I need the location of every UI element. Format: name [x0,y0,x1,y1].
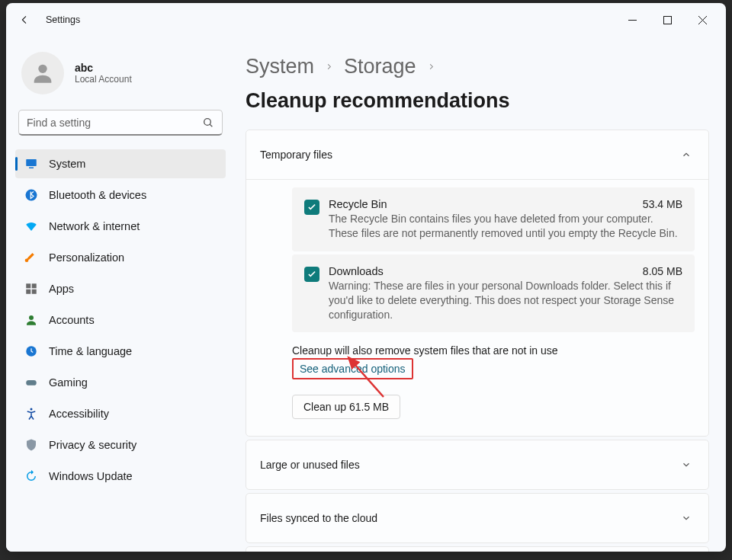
sidebar-item-accessibility[interactable]: Accessibility [15,399,226,428]
panel-header-synced[interactable]: Files synced to the cloud [246,494,708,542]
sidebar-item-update[interactable]: Windows Update [15,462,226,491]
item-size: 8.05 MB [635,265,682,277]
svg-point-3 [204,118,211,125]
sidebar-item-apps[interactable]: Apps [15,274,226,303]
sidebar-item-label: Bluetooth & devices [49,189,146,201]
item-title: Recycle Bin [329,198,387,210]
panel-title: Temporary files [260,149,332,161]
gamepad-icon [24,376,38,389]
svg-rect-10 [26,290,30,294]
panel-header-temporary-files[interactable]: Temporary files [246,130,708,179]
svg-point-15 [30,408,33,411]
checkbox-recycle-bin[interactable] [304,200,319,215]
svg-rect-9 [32,283,37,288]
sidebar-item-privacy[interactable]: Privacy & security [15,430,226,459]
sidebar-item-label: Privacy & security [49,439,136,451]
shield-icon [24,438,38,452]
paintbrush-icon [24,251,38,264]
svg-rect-0 [628,20,637,21]
page-title: Cleanup recommendations [246,89,510,113]
panel-body: Recycle Bin 53.4 MB The Recycle Bin cont… [246,179,708,436]
avatar [21,52,64,94]
svg-point-2 [38,65,47,73]
svg-point-7 [26,190,37,201]
back-button[interactable] [14,9,35,30]
item-size: 53.4 MB [635,198,682,210]
maximize-icon [663,16,672,24]
search-input[interactable] [27,117,202,129]
search-icon [202,117,214,129]
wifi-icon [24,219,38,233]
sidebar-item-label: Time & language [49,345,132,357]
window-close-button[interactable] [685,8,720,32]
cleanup-item-downloads[interactable]: Downloads 8.05 MB Warning: These are fil… [292,254,695,333]
svg-point-12 [29,315,34,320]
update-icon [24,469,38,483]
minimize-icon [628,16,637,24]
sidebar-item-label: Personalization [49,251,124,264]
cleanup-item-recycle-bin[interactable]: Recycle Bin 53.4 MB The Recycle Bin cont… [292,187,695,251]
panel-header-large-unused[interactable]: Large or unused files [246,440,708,489]
profile-subtitle: Local Account [75,74,132,85]
panel-title: Files synced to the cloud [260,512,377,524]
sidebar-item-time[interactable]: Time & language [15,337,226,366]
close-icon [698,16,707,24]
sidebar-item-accounts[interactable]: Accounts [15,306,226,334]
app-title: Settings [46,14,80,25]
apps-icon [24,282,38,296]
panel-title: Large or unused files [260,459,360,471]
panel-header-unused-apps[interactable]: Unused apps [246,547,708,552]
window-titlebar: Settings [6,3,726,37]
svg-rect-14 [26,380,37,386]
sidebar-nav: System Bluetooth & devices Network & int… [15,149,226,491]
clock-icon [24,344,38,358]
svg-rect-11 [32,290,37,294]
svg-rect-8 [26,283,30,288]
sidebar-item-label: Windows Update [49,470,133,482]
sidebar-item-label: Network & internet [49,220,140,232]
content-pane: System Storage Cleanup recommendations T… [235,37,726,552]
sidebar-item-label: Accessibility [49,408,109,420]
item-description: The Recycle Bin contains files you have … [329,212,682,241]
window-maximize-button[interactable] [650,8,685,32]
svg-rect-6 [29,168,34,169]
sidebar-item-system[interactable]: System [15,149,226,178]
checkbox-downloads[interactable] [304,267,319,282]
sidebar-item-bluetooth[interactable]: Bluetooth & devices [15,181,226,210]
search-input-wrap[interactable] [18,110,223,136]
breadcrumb: System Storage Cleanup recommendations [246,55,709,113]
panel-synced: Files synced to the cloud [246,493,709,543]
sidebar-item-gaming[interactable]: Gaming [15,368,226,397]
sidebar-item-personalization[interactable]: Personalization [15,243,226,272]
sidebar-item-label: Accounts [49,314,95,326]
accessibility-icon [24,407,38,421]
profile-name: abc [75,62,132,74]
see-advanced-options-link[interactable]: See advanced options [300,363,406,375]
panel-unused-apps: Unused apps [246,546,709,552]
item-description: Warning: These are files in your persona… [329,279,682,322]
monitor-icon [24,157,38,171]
window-minimize-button[interactable] [615,8,650,32]
arrow-left-icon [18,14,30,26]
profile-block[interactable]: abc Local Account [15,37,226,110]
sidebar-item-label: Apps [49,283,74,295]
svg-line-4 [210,124,212,126]
panel-temporary-files: Temporary files Recycle Bin 53.4 M [246,130,709,437]
svg-rect-1 [663,16,671,24]
panel-large-unused: Large or unused files [246,440,709,490]
chevron-up-icon [681,149,692,160]
bluetooth-icon [24,188,38,202]
sidebar: abc Local Account System Bluetooth & dev… [6,37,235,552]
crumb-storage[interactable]: Storage [344,55,416,78]
chevron-right-icon [427,61,435,73]
chevron-down-icon [681,513,692,523]
sidebar-item-network[interactable]: Network & internet [15,212,226,241]
cleanup-button[interactable]: Clean up 61.5 MB [292,395,400,419]
chevron-down-icon [681,459,692,470]
chevron-right-icon [325,61,333,73]
item-title: Downloads [329,265,384,277]
crumb-system[interactable]: System [246,55,314,78]
svg-rect-5 [26,159,37,166]
cleanup-note: Cleanup will also remove system files th… [292,344,695,357]
sidebar-item-label: System [49,158,85,170]
